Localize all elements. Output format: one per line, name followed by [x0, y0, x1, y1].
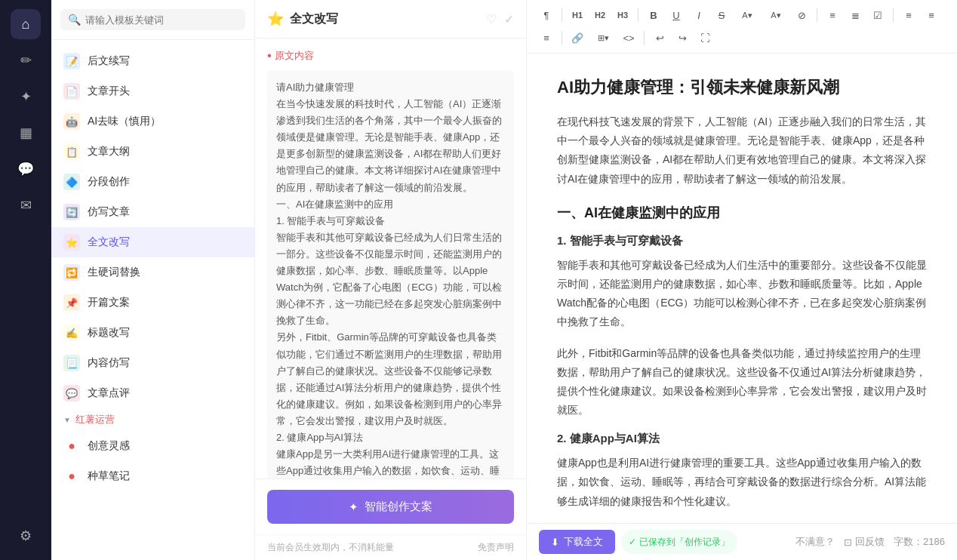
smart-btn-area: ✦ 智能创作文案: [255, 478, 526, 534]
toolbar-undo[interactable]: ↩: [649, 27, 670, 48]
magic-wand-icon: ✦: [349, 500, 358, 514]
search-icon: 🔍: [68, 14, 81, 26]
template-item-title-rewrite[interactable]: ✍ 标题改写: [51, 318, 254, 348]
template-item-notes[interactable]: ● 种草笔记: [51, 461, 254, 491]
toolbar-sep-1: [562, 8, 562, 22]
smart-create-button[interactable]: ✦ 智能创作文案: [267, 490, 514, 524]
toolbar-ordered-list[interactable]: ≣: [845, 5, 866, 26]
template-icon-rewrite: ⭐: [63, 234, 80, 251]
template-label-ai-remove: AI去味（慎用）: [88, 115, 161, 128]
template-item-review[interactable]: 💬 文章点评: [51, 378, 254, 408]
template-label-article-start: 文章开头: [88, 85, 130, 98]
template-icon-word-replace: 🔁: [63, 264, 80, 281]
sidebar-icon-write[interactable]: ✏: [11, 45, 41, 75]
toolbar-h3[interactable]: H3: [612, 5, 633, 26]
toolbar-task-list[interactable]: ☑: [867, 5, 888, 26]
template-icon-outline: 📋: [63, 143, 80, 160]
sidebar-icon-settings[interactable]: ⚙: [11, 521, 41, 551]
toolbar-clear-format[interactable]: ⊘: [791, 5, 812, 26]
template-search-area: 🔍: [51, 0, 254, 40]
feedback-button[interactable]: ⊡ 回反馈: [844, 535, 885, 549]
download-icon: ⬇: [551, 537, 559, 548]
subsection2-title: 2. 健康App与AI算法: [557, 432, 927, 446]
toolbar-highlight[interactable]: A▾: [762, 5, 789, 26]
check-circle-icon[interactable]: ✓: [504, 12, 514, 26]
template-item-ai-remove[interactable]: 🤖 AI去味（慎用）: [51, 106, 254, 137]
download-button[interactable]: ⬇ 下载全文: [539, 530, 615, 554]
template-label-rewrite: 全文改写: [88, 235, 130, 249]
template-icon-content-imitate: 📃: [63, 355, 80, 371]
toolbar-bullet-list[interactable]: ≡: [822, 5, 843, 26]
toolbar-sep-4: [893, 8, 894, 22]
editor-content[interactable]: AI助力健康管理：引领未来健康新风潮 在现代科技飞速发展的背景下，人工智能（AI…: [527, 54, 957, 523]
toolbar-link[interactable]: 🔗: [567, 27, 588, 48]
sidebar-icon-mail[interactable]: ✉: [11, 190, 41, 220]
sidebar-icon-chat[interactable]: 💬: [11, 154, 41, 184]
template-item-imitate[interactable]: 🔄 仿写文章: [51, 197, 254, 227]
template-item-outline[interactable]: 📋 文章大纲: [51, 137, 254, 167]
template-icon-opening: 📌: [63, 294, 80, 311]
sidebar-icon-magic[interactable]: ✦: [11, 82, 41, 112]
template-item-article-start[interactable]: 📄 文章开头: [51, 76, 254, 106]
original-content-area: 原文内容 请AI助力健康管理 在当今快速发展的科技时代，人工智能（AI）正逐渐渗…: [255, 38, 526, 478]
editor-footer: ⬇ 下载全文 ✓ 已保存到「创作记录」 不满意？ ⊡ 回反馈 字数：2186: [527, 523, 957, 560]
saved-badge: ✓ 已保存到「创作记录」: [621, 530, 737, 554]
toolbar-code[interactable]: <>: [618, 27, 639, 48]
template-label-outline: 文章大纲: [88, 145, 130, 158]
search-input[interactable]: [85, 14, 238, 26]
template-label-notes: 种草笔记: [88, 469, 130, 483]
sidebar: ⌂ ✏ ✦ ▦ 💬 ✉ ⚙: [0, 0, 51, 560]
editor-toolbar: ¶ H1 H2 H3 B U I S A▾ A▾ ⊘ ≡ ≣ ☑ ≡ ≡ ≡ 🔗…: [527, 0, 957, 54]
sidebar-icon-template[interactable]: ▦: [11, 118, 41, 148]
template-item-opening[interactable]: 📌 开篇文案: [51, 288, 254, 318]
template-icon-imitate: 🔄: [63, 204, 80, 220]
content-header: ⭐ 全文改写 ♡ ✓: [255, 0, 526, 38]
toolbar-paragraph[interactable]: ¶: [536, 5, 557, 26]
heart-icon[interactable]: ♡: [486, 12, 497, 26]
template-label-title-rewrite: 标题改写: [88, 326, 130, 340]
toolbar-bold[interactable]: B: [643, 5, 664, 26]
template-item-segment[interactable]: 🔷 分段创作: [51, 167, 254, 197]
section1-title: 一、AI在健康监测中的应用: [557, 204, 927, 222]
toolbar-align-left[interactable]: ≡: [898, 5, 919, 26]
toolbar-underline[interactable]: U: [666, 5, 687, 26]
template-item-creative[interactable]: ● 创意灵感: [51, 431, 254, 461]
toolbar-align-right[interactable]: ≡: [536, 27, 557, 48]
toolbar-sep-5: [562, 31, 562, 45]
template-label-opening: 开篇文案: [88, 296, 130, 309]
toolbar-table[interactable]: ⊞▾: [589, 27, 617, 48]
subsection1-p1: 智能手表和其他可穿戴设备已经成为人们生活中的重要部分。这些设备不仅能显示时间，还…: [557, 256, 927, 332]
toolbar-font-color[interactable]: A▾: [734, 5, 761, 26]
toolbar-h1[interactable]: H1: [567, 5, 588, 26]
template-icon-notes: ●: [63, 468, 80, 485]
disclaimer: 免责声明: [478, 541, 514, 554]
template-item-content-imitate[interactable]: 📃 内容仿写: [51, 348, 254, 378]
section-header-marketing[interactable]: ▼ 红薯运营: [51, 408, 254, 431]
original-label: 原文内容: [267, 49, 514, 63]
toolbar-sep-2: [638, 8, 639, 22]
subsection1-title: 1. 智能手表与可穿戴设备: [557, 234, 927, 248]
article-title: AI助力健康管理：引领未来健康新风潮: [557, 76, 927, 99]
template-item-rewrite[interactable]: ⭐ 全文改写: [51, 227, 254, 257]
toolbar-strikethrough[interactable]: S: [711, 5, 732, 26]
sidebar-icon-home[interactable]: ⌂: [11, 9, 41, 39]
original-text[interactable]: 请AI助力健康管理 在当今快速发展的科技时代，人工智能（AI）正逐渐渗透到我们生…: [267, 70, 514, 478]
toolbar-italic[interactable]: I: [688, 5, 709, 26]
toolbar-h2[interactable]: H2: [589, 5, 611, 26]
toolbar-redo[interactable]: ↪: [672, 27, 693, 48]
feedback-label: 回反馈: [855, 535, 885, 549]
template-item-after-write[interactable]: 📝 后文续写: [51, 46, 254, 76]
star-icon: ⭐: [267, 11, 284, 27]
template-item-word-replace[interactable]: 🔁 生硬词替换: [51, 257, 254, 288]
dissatisfied-button[interactable]: 不满意？: [795, 535, 835, 549]
toolbar-fullscreen[interactable]: ⛶: [694, 27, 715, 48]
toolbar-align-center[interactable]: ≡: [921, 5, 942, 26]
section-label: 红薯运营: [75, 413, 115, 426]
template-icon-after-write: 📝: [63, 53, 80, 69]
smart-btn-label: 智能创作文案: [365, 500, 432, 514]
search-box[interactable]: 🔍: [60, 9, 245, 30]
check-icon: ✓: [629, 537, 636, 547]
template-icon-ai-remove: 🤖: [63, 113, 80, 130]
content-header-icons: ♡ ✓: [486, 12, 514, 26]
content-panel: ⭐ 全文改写 ♡ ✓ 原文内容 请AI助力健康管理 在当今快速发展的科技时代，人…: [255, 0, 527, 560]
